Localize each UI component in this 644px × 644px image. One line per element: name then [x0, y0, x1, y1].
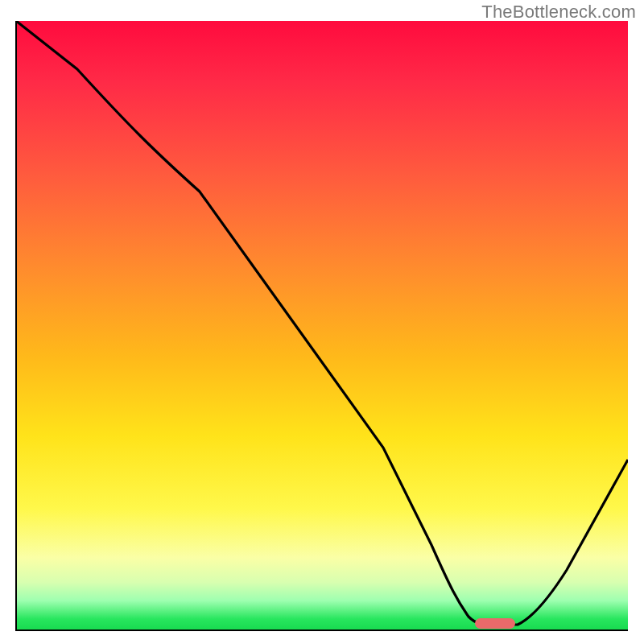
- chart-container: TheBottleneck.com: [0, 0, 644, 644]
- plot-area: [16, 21, 628, 631]
- curve-svg: [16, 21, 628, 631]
- optimal-range-marker: [475, 618, 515, 629]
- watermark-text: TheBottleneck.com: [481, 2, 636, 23]
- y-axis-line: [15, 21, 17, 631]
- bottleneck-curve-path: [16, 21, 628, 625]
- x-axis-line: [16, 630, 628, 631]
